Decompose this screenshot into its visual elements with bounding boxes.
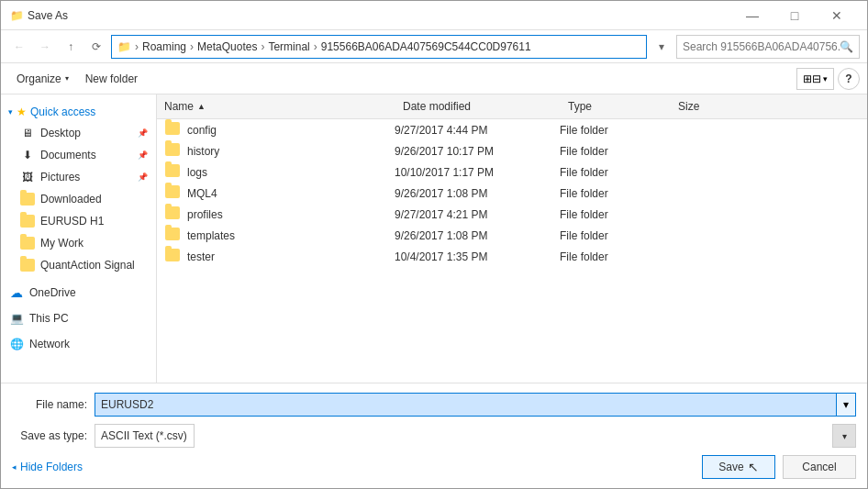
- cancel-label: Cancel: [802, 461, 836, 473]
- col-header-date[interactable]: Date modified: [395, 98, 561, 115]
- sidebar-item-mywork[interactable]: My Work: [1, 232, 156, 254]
- sidebar-item-desktop[interactable]: 🖥 Desktop 📌: [1, 122, 156, 144]
- desktop-pin-icon: 📌: [138, 128, 148, 138]
- main-content: ▾ ★ Quick access 🖥 Desktop 📌 ⬇ Documents…: [1, 94, 867, 383]
- sidebar-item-desktop-label: Desktop: [40, 127, 138, 139]
- address-bar: ← → ↑ ⟳ 📁 › Roaming › MetaQuotes › Termi…: [1, 30, 867, 63]
- file-type: File folder: [560, 208, 670, 221]
- thispc-icon: 💻: [9, 311, 24, 326]
- address-dropdown-button[interactable]: ▾: [651, 36, 673, 58]
- forward-button[interactable]: →: [34, 36, 56, 58]
- file-date: 9/27/2017 4:21 PM: [395, 208, 560, 221]
- table-row[interactable]: templates 9/26/2017 1:08 PM File folder: [157, 225, 867, 246]
- file-type: File folder: [560, 187, 670, 200]
- folder-icon: [165, 122, 184, 138]
- col-header-name[interactable]: Name ▲: [157, 98, 395, 115]
- toolbar: Organize ▾ New folder ⊞⊟ ▾ ?: [1, 63, 867, 94]
- organize-label: Organize: [17, 72, 61, 85]
- help-button[interactable]: ?: [838, 68, 860, 90]
- network-icon: 🌐: [9, 337, 24, 351]
- filename-dropdown-btn[interactable]: ▾: [836, 393, 856, 417]
- sidebar-item-pictures-label: Pictures: [40, 171, 138, 183]
- action-row-left: ◂ Hide Folders: [12, 461, 695, 473]
- quick-access-chevron: ▾: [8, 107, 13, 117]
- saveastype-select[interactable]: ASCII Text (*.csv): [95, 424, 195, 448]
- save-as-dialog: 📁 Save As — □ ✕ ← → ↑ ⟳ 📁 › Roaming › Me…: [0, 0, 868, 489]
- table-row[interactable]: logs 10/10/2017 1:17 PM File folder: [157, 161, 867, 183]
- file-name: profiles: [184, 208, 395, 221]
- quick-access-header[interactable]: ▾ ★ Quick access: [1, 102, 156, 122]
- file-date: 9/26/2017 1:08 PM: [395, 229, 560, 242]
- view-button[interactable]: ⊞⊟ ▾: [796, 68, 834, 90]
- crumb-id[interactable]: 915566BA06ADA407569C544CC0D97611: [321, 40, 531, 53]
- view-chevron: ▾: [823, 74, 828, 83]
- back-button[interactable]: ←: [8, 36, 30, 58]
- folder-icon: [165, 164, 184, 180]
- sidebar-item-thispc[interactable]: 💻 This PC: [1, 307, 156, 329]
- downloaded-folder-icon: [20, 192, 35, 206]
- hide-folders-label: Hide Folders: [20, 461, 83, 473]
- sidebar-item-onedrive-label: OneDrive: [29, 286, 148, 299]
- sidebar-item-mywork-label: My Work: [40, 237, 148, 250]
- sidebar-item-pictures[interactable]: 🖼 Pictures 📌: [1, 166, 156, 188]
- save-button[interactable]: Save ↖: [702, 455, 775, 479]
- new-folder-button[interactable]: New folder: [77, 68, 146, 90]
- organize-button[interactable]: Organize ▾: [8, 68, 77, 90]
- file-date: 10/10/2017 1:17 PM: [395, 166, 560, 179]
- table-row[interactable]: config 9/27/2017 4:44 PM File folder: [157, 119, 867, 140]
- table-row[interactable]: profiles 9/27/2017 4:21 PM File folder: [157, 204, 867, 225]
- new-folder-label: New folder: [85, 72, 138, 85]
- file-list: Name ▲ Date modified Type Size config 9/…: [157, 94, 867, 383]
- crumb-terminal[interactable]: Terminal: [268, 40, 309, 53]
- table-row[interactable]: MQL4 9/26/2017 1:08 PM File folder: [157, 183, 867, 204]
- col-header-size[interactable]: Size: [671, 98, 744, 115]
- help-icon: ?: [845, 72, 851, 85]
- folder-icon: [165, 185, 184, 201]
- sidebar-item-onedrive[interactable]: ☁ OneDrive: [1, 282, 156, 304]
- cancel-button[interactable]: Cancel: [783, 455, 856, 479]
- hide-folders-button[interactable]: ◂ Hide Folders: [12, 461, 695, 473]
- quick-access-label: Quick access: [30, 106, 95, 118]
- saveastype-row: Save as type: ASCII Text (*.csv) ▾: [12, 424, 856, 448]
- saveastype-wrapper: ASCII Text (*.csv) ▾: [95, 424, 856, 448]
- refresh-button[interactable]: ⟳: [85, 36, 107, 58]
- col-header-type[interactable]: Type: [561, 98, 671, 115]
- file-date: 10/4/2017 1:35 PM: [395, 250, 560, 263]
- saveastype-arrow: ▾: [832, 424, 856, 448]
- file-type: File folder: [560, 124, 670, 137]
- sidebar-item-eurusd[interactable]: EURUSD H1: [1, 210, 156, 232]
- crumb-roaming[interactable]: Roaming: [142, 40, 186, 53]
- crumb-metaquotes[interactable]: MetaQuotes: [197, 40, 257, 53]
- onedrive-icon: ☁: [9, 285, 24, 300]
- desktop-icon: 🖥: [20, 126, 35, 140]
- cursor-indicator: ↖: [748, 460, 759, 474]
- table-row[interactable]: history 9/26/2017 10:17 PM File folder: [157, 140, 867, 161]
- search-box: 🔍: [676, 35, 860, 59]
- file-date: 9/26/2017 1:08 PM: [395, 187, 560, 200]
- file-type: File folder: [560, 145, 670, 158]
- maximize-button[interactable]: □: [773, 1, 816, 30]
- sidebar-item-documents[interactable]: ⬇ Documents 📌: [1, 144, 156, 166]
- close-button[interactable]: ✕: [816, 1, 858, 30]
- sidebar-item-documents-label: Documents: [40, 149, 138, 161]
- address-path[interactable]: 📁 › Roaming › MetaQuotes › Terminal › 91…: [111, 35, 647, 59]
- sidebar-item-quantaction[interactable]: QuantAction Signal: [1, 254, 156, 276]
- file-date: 9/26/2017 10:17 PM: [395, 145, 560, 158]
- view-icon: ⊞⊟: [803, 72, 821, 85]
- sidebar-item-network[interactable]: 🌐 Network: [1, 333, 156, 355]
- file-name: history: [184, 145, 395, 158]
- folder-icon: [165, 228, 184, 243]
- search-input[interactable]: [683, 40, 840, 53]
- sidebar-item-network-label: Network: [29, 338, 148, 350]
- up-button[interactable]: ↑: [60, 36, 82, 58]
- folder-icon: [165, 143, 184, 159]
- pictures-pin-icon: 📌: [138, 172, 148, 182]
- file-list-header: Name ▲ Date modified Type Size: [157, 94, 867, 119]
- sidebar: ▾ ★ Quick access 🖥 Desktop 📌 ⬇ Documents…: [1, 94, 157, 383]
- sidebar-item-downloaded[interactable]: Downloaded: [1, 188, 156, 210]
- search-icon: 🔍: [840, 40, 853, 53]
- bottom-bar: File name: ▾ Save as type: ASCII Text (*…: [1, 383, 867, 488]
- table-row[interactable]: tester 10/4/2017 1:35 PM File folder: [157, 246, 867, 267]
- filename-input[interactable]: [95, 393, 837, 417]
- minimize-button[interactable]: —: [731, 1, 773, 30]
